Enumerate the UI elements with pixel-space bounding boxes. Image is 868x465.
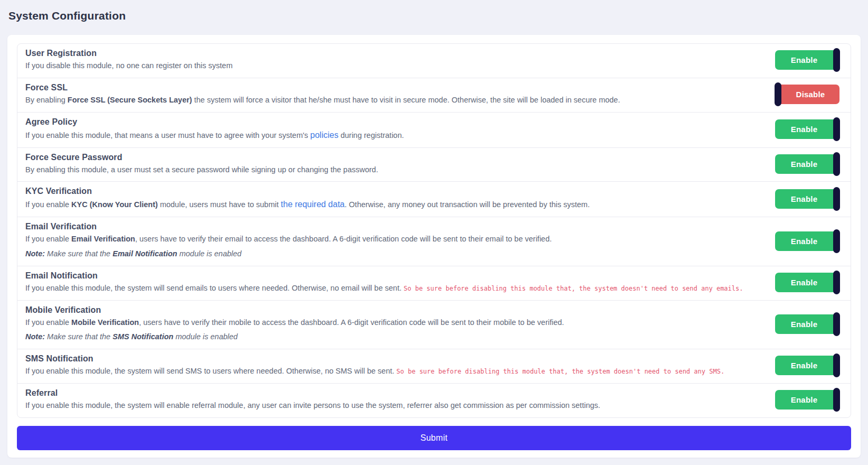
module-description: If you enable Email Verification, users … (25, 234, 762, 245)
toggle-email-verification[interactable]: Enable (775, 231, 839, 251)
config-row-sms-notification: SMS Notification If you enable this modu… (17, 349, 851, 384)
toggle-label: Enable (791, 194, 817, 203)
description-text: Mobile Verification (71, 318, 139, 327)
description-text: Note: (25, 249, 45, 258)
description-text: during registration. (338, 131, 404, 140)
module-title: Email Notification (25, 271, 762, 281)
description-text: If you enable this module, that means a … (25, 131, 310, 140)
toggle-agree-policy[interactable]: Enable (775, 119, 839, 139)
description-text: KYC (Know Your Client) (71, 200, 158, 209)
toggle-label: Enable (791, 361, 817, 370)
module-description: By enabling Force SSL (Secure Sockets La… (25, 95, 762, 106)
module-text: SMS Notification If you enable this modu… (25, 354, 762, 377)
module-text: Email Notification If you enable this mo… (25, 271, 762, 294)
toggle-knob-icon (833, 117, 840, 141)
toggle-knob-icon (833, 187, 840, 211)
system-configuration-card: User Registration If you disable this mo… (7, 35, 861, 458)
module-text: KYC Verification If you enable KYC (Know… (25, 187, 762, 211)
module-description: If you enable this module, the system wi… (25, 366, 762, 377)
module-description: If you enable this module, the system wi… (25, 400, 762, 412)
description-text: . Otherwise, any money out transaction w… (345, 200, 590, 209)
toggle-knob-icon (833, 388, 840, 412)
toggle-knob-icon (775, 82, 781, 106)
config-row-agree-policy: Agree Policy If you enable this module, … (17, 113, 851, 148)
module-description: If you disable this module, no one can r… (25, 60, 762, 72)
description-text: module is enabled (177, 249, 242, 258)
description-text: SMS Notification (112, 332, 173, 341)
description-text: the system will force a visitor that he/… (192, 96, 620, 104)
toggle-force-secure-password[interactable]: Enable (775, 154, 839, 174)
toggle-knob-icon (833, 48, 840, 72)
module-title: Referral (25, 388, 762, 398)
config-row-email-notification: Email Notification If you enable this mo… (17, 266, 851, 301)
module-description: If you enable this module, that means a … (25, 129, 762, 142)
toggle-force-ssl[interactable]: Disable (775, 85, 839, 104)
description-text: If you enable (25, 318, 71, 327)
module-text: Referral If you enable this module, the … (25, 388, 762, 412)
module-title: Mobile Verification (25, 305, 762, 315)
toggle-label: Disable (796, 90, 825, 99)
description-text: , users have to verify their mobile to a… (139, 318, 564, 327)
toggle-label: Enable (791, 320, 817, 329)
config-row-force-ssl: Force SSL By enabling Force SSL (Secure … (17, 78, 851, 113)
description-text: If you enable (25, 200, 71, 209)
toggle-sms-notification[interactable]: Enable (775, 356, 839, 375)
module-title: SMS Notification (25, 354, 762, 364)
module-note: Note: Make sure that the Email Notificat… (25, 248, 762, 260)
description-text: module, users must have to submit (158, 200, 281, 209)
description-text: If you enable this module, the system wi… (25, 284, 404, 292)
description-text: If you enable (25, 235, 71, 243)
config-row-mobile-verification: Mobile Verification If you enable Mobile… (17, 301, 851, 350)
description-text: Email Verification (71, 235, 135, 243)
description-text: If you disable this module, no one can r… (25, 61, 233, 70)
module-text: User Registration If you disable this mo… (25, 49, 762, 72)
module-description: If you enable KYC (Know Your Client) mod… (25, 198, 762, 211)
toggle-mobile-verification[interactable]: Enable (775, 314, 839, 334)
description-text: By enabling this module, a user must set… (25, 165, 378, 174)
config-row-user-registration: User Registration If you disable this mo… (17, 44, 851, 78)
toggle-kyc-verification[interactable]: Enable (775, 189, 839, 209)
module-note: Note: Make sure that the SMS Notificatio… (25, 331, 762, 343)
module-description: If you enable Mobile Verification, users… (25, 317, 762, 329)
description-text: Email Notification (112, 249, 177, 258)
toggle-label: Enable (791, 237, 817, 246)
toggle-label: Enable (791, 160, 817, 169)
description-text: module is enabled (173, 332, 238, 341)
description-text: If you enable this module, the system wi… (25, 401, 600, 410)
module-title: Email Verification (25, 222, 762, 231)
config-row-referral: Referral If you enable this module, the … (17, 384, 851, 417)
module-title: Force Secure Password (25, 153, 762, 162)
description-text: Make sure that the (45, 249, 112, 258)
toggle-user-registration[interactable]: Enable (775, 50, 839, 70)
toggle-knob-icon (833, 354, 840, 377)
config-row-kyc-verification: KYC Verification If you enable KYC (Know… (17, 182, 851, 217)
config-row-email-verification: Email Verification If you enable Email V… (17, 217, 851, 266)
module-text: Agree Policy If you enable this module, … (25, 117, 762, 142)
description-text: Force SSL (Secure Sockets Layer) (68, 96, 192, 104)
description-text: Make sure that the (45, 332, 112, 341)
module-description: By enabling this module, a user must set… (25, 164, 762, 176)
module-title: Agree Policy (25, 117, 762, 127)
toggle-label: Enable (791, 395, 817, 404)
toggle-label: Enable (791, 125, 817, 134)
module-text: Mobile Verification If you enable Mobile… (25, 305, 762, 343)
description-text: Note: (25, 332, 45, 341)
toggle-referral[interactable]: Enable (775, 390, 839, 410)
module-title: Force SSL (25, 83, 762, 92)
module-title: User Registration (25, 49, 762, 58)
toggle-knob-icon (833, 229, 840, 253)
module-text: Email Verification If you enable Email V… (25, 222, 762, 260)
page-title: System Configuration (8, 10, 861, 35)
warning-text: So be sure before disabling this module … (397, 368, 724, 375)
submit-button[interactable]: Submit (17, 426, 851, 450)
toggle-label: Enable (791, 55, 817, 64)
toggle-email-notification[interactable]: Enable (775, 273, 839, 292)
inline-link[interactable]: the required data (281, 200, 345, 209)
inline-link[interactable]: policies (310, 131, 338, 140)
toggle-knob-icon (833, 271, 840, 294)
description-text: By enabling (25, 96, 68, 104)
description-text: , users have to verify their email to ac… (135, 235, 552, 243)
config-row-force-secure-password: Force Secure Password By enabling this m… (17, 148, 851, 182)
toggle-label: Enable (791, 278, 817, 287)
module-title: KYC Verification (25, 187, 762, 196)
